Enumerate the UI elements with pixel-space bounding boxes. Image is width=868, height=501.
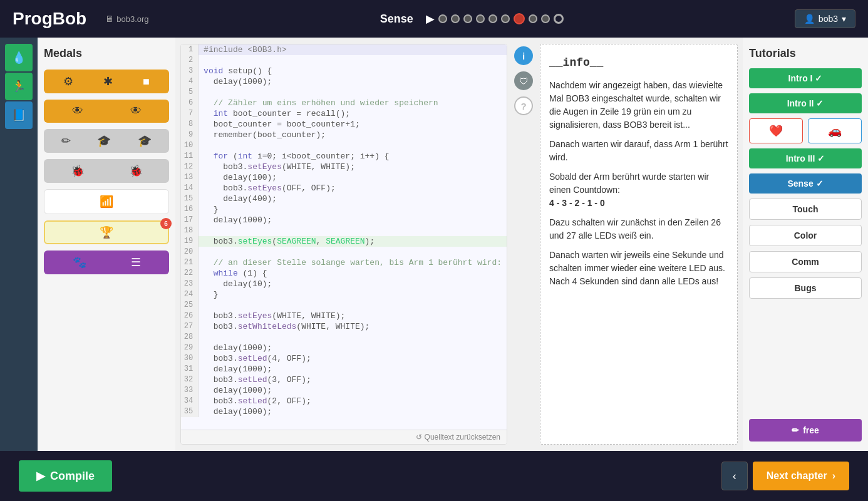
info-para-2: Danach warten wir darauf, dass Arm 1 ber… [549,138,728,164]
tutorial-comm[interactable]: Comm [749,251,862,272]
next-chapter-button[interactable]: Next chapter › [753,462,849,490]
app-logo: ProgBob [13,9,86,29]
sidebar-water-icon[interactable]: 💧 [5,44,33,71]
info-para-1: Nachdem wir angezeigt haben, das wieviel… [549,79,728,132]
medal-bug1: 🐞 [71,164,85,178]
code-line-32: 32 bob3.setLed(3, OFF); [181,374,507,385]
medal-eye1: 👁 [72,105,83,118]
code-panel: 1 #include <BOB3.h> 2 3 void setup() { 4… [180,44,507,445]
prev-icon: ‹ [733,470,736,483]
main-area: 💧 🏃 📘 Medals ⚙ ✱ ■ 👁 👁 ✏ 🎓 🎓 🐞 🐞 📶 🏆 [0,38,868,451]
dot-8[interactable] [529,14,537,23]
medal-pencil: ✏ [61,134,71,148]
code-line-27: 27 bob3.setWhiteLeds(WHITE, WHITE); [181,321,507,332]
medals-title: Medals [44,47,169,60]
progress-dots: ▶ [426,12,564,26]
code-line-28: 28 [181,332,507,343]
tutorial-intro3[interactable]: Intro III ✓ [749,148,862,168]
info-para-5: Danach warten wir jeweils eine Sekunde u… [549,249,728,288]
medal-row-1[interactable]: ⚙ ✱ ■ [44,70,169,93]
user-button[interactable]: 👤 bob3 ▾ [795,9,855,28]
info-heading: __info__ [549,54,728,71]
medal-eye2: 👁 [130,105,142,118]
header: ProgBob bob3.org Sense ▶ 👤 bob3 ▾ [0,0,868,38]
medal-row-2[interactable]: 👁 👁 [44,100,169,123]
tutorial-color[interactable]: Color [749,225,862,246]
code-line-10: 10 [181,140,507,151]
paw-icon: 🐾 [73,256,86,269]
info-icons-col: i 🛡 ? [512,44,535,445]
tutorial-intro1[interactable]: Intro I ✓ [749,68,862,88]
info-icon-info[interactable]: i [514,46,533,65]
dot-3[interactable] [463,14,472,23]
compile-button[interactable]: ▶ Compile [19,460,112,492]
dot-1[interactable] [438,14,447,23]
dot-7-active[interactable] [514,13,525,24]
code-line-26: 26 bob3.setEyes(WHITE, WHITE); [181,311,507,321]
dot-9[interactable] [541,14,550,23]
code-line-12: 12 bob3.setEyes(WHITE, WHITE); [181,162,507,172]
info-icon-shield[interactable]: 🛡 [514,71,533,90]
code-line-34: 34 bob3.setLed(2, OFF); [181,396,507,406]
sidebar-run-icon[interactable]: 🏃 [5,73,33,100]
tutorials-title: Tutorials [749,47,862,60]
prev-chapter-button[interactable]: ‹ [721,462,748,490]
medal-grad1: 🎓 [97,134,111,148]
tutorials-panel: Tutorials Intro I ✓ Intro II ✓ ❤️ 🚗 Intr… [743,38,868,451]
code-line-33: 33 delay(1000); [181,385,507,396]
list-icon: ☰ [131,256,141,269]
tutorial-intro2[interactable]: Intro II ✓ [749,93,862,113]
code-line-23: 23 delay(10); [181,279,507,289]
code-line-21: 21 // an dieser Stelle solange warten, b… [181,257,507,268]
medal-gear: ⚙ [63,75,73,88]
progress-arrow[interactable]: ▶ [426,12,435,26]
dropdown-arrow: ▾ [842,14,846,24]
code-line-18: 18 [181,225,507,236]
reset-source-button[interactable]: ↺ Quelltext zurücksetzen [181,430,507,444]
code-line-20: 20 [181,247,507,257]
medal-row-paw[interactable]: 🐾 ☰ [44,250,169,274]
code-line-5: 5 [181,87,507,98]
dot-2[interactable] [451,14,460,23]
code-line-14: 14 bob3.setEyes(OFF, OFF); [181,183,507,194]
left-sidebar: 💧 🏃 📘 [0,38,38,451]
medals-panel: Medals ⚙ ✱ ■ 👁 👁 ✏ 🎓 🎓 🐞 🐞 📶 🏆 6 🐾 [38,38,175,451]
code-line-8: 8 boot_counter = boot_counter+1; [181,119,507,130]
bottom-bar: ▶ Compile ‹ Next chapter › [0,451,868,501]
code-line-35: 35 delay(1000); [181,406,507,417]
code-line-2: 2 [181,55,507,66]
medal-wifi: 📶 [100,195,113,209]
tutorial-sense[interactable]: Sense ✓ [749,173,862,194]
trophy-icon: 🏆 [100,225,113,239]
medal-grad2: 🎓 [138,134,152,148]
code-line-6: 6 // Zähler um eins erhöhen und wieder s… [181,98,507,108]
reset-source-label: ↺ Quelltext zurücksetzen [416,433,500,442]
tutorial-free[interactable]: ✏ free [749,419,862,442]
info-icon-question[interactable]: ? [514,96,533,115]
sidebar-book-icon[interactable]: 📘 [5,101,33,129]
medal-row-3[interactable]: ✏ 🎓 🎓 [44,129,169,153]
tutorial-touch[interactable]: Touch [749,199,862,220]
dot-5[interactable] [488,14,497,23]
tutorial-car-icon[interactable]: 🚗 [808,118,862,143]
bottom-right: ‹ Next chapter › [721,462,849,490]
code-line-9: 9 remember(boot_counter); [181,130,507,140]
code-editor[interactable]: 1 #include <BOB3.h> 2 3 void setup() { 4… [181,44,507,430]
site-link[interactable]: bob3.org [105,14,148,24]
medal-row-5[interactable]: 📶 [44,189,169,214]
chapter-label: Sense [380,13,413,26]
tutorial-heart-icon[interactable]: ❤️ [749,118,803,143]
trophy-badge: 6 [160,218,172,229]
medal-row-4[interactable]: 🐞 🐞 [44,159,169,183]
compile-label: Compile [50,470,95,483]
dot-10-target[interactable] [554,14,564,24]
compile-play-icon: ▶ [36,469,45,483]
trophy-row[interactable]: 🏆 6 [44,220,169,244]
info-content: __info__ Nachdem wir angezeigt haben, da… [540,44,738,445]
dot-4[interactable] [476,14,485,23]
code-line-15: 15 delay(400); [181,194,507,204]
dot-6[interactable] [501,14,510,23]
tutorial-bugs[interactable]: Bugs [749,277,862,299]
info-panel: i 🛡 ? __info__ Nachdem wir angezeigt hab… [512,44,738,445]
code-line-22: 22 while (1) { [181,268,507,279]
